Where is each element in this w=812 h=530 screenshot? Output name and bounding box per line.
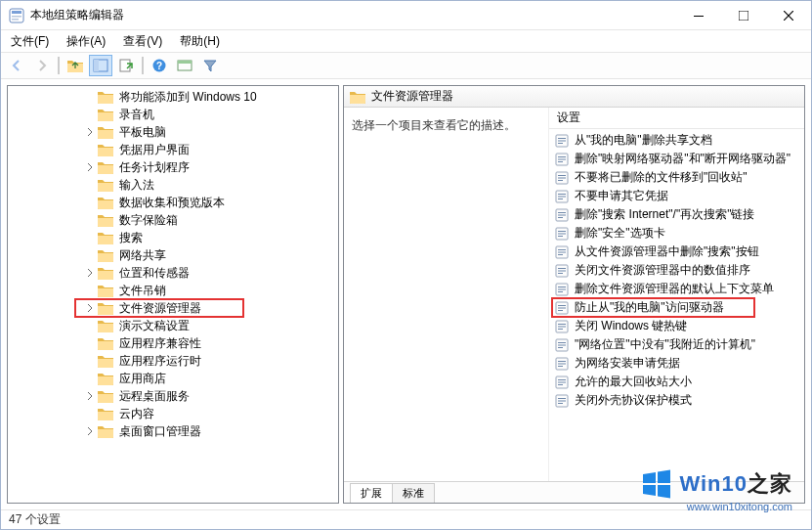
nav-forward-button[interactable] <box>30 55 54 76</box>
menu-help[interactable]: 帮助(H) <box>176 31 224 52</box>
policy-icon <box>555 394 569 408</box>
setting-item[interactable]: 删除"安全"选项卡 <box>549 224 804 243</box>
setting-item[interactable]: 防止从"我的电脑"访问驱动器 <box>549 298 804 317</box>
tab-extended[interactable]: 扩展 <box>350 483 393 503</box>
help-button[interactable]: ? <box>148 55 171 76</box>
export-list-button[interactable] <box>114 55 138 76</box>
setting-item[interactable]: 不要将已删除的文件移到"回收站" <box>549 168 804 187</box>
folder-icon <box>98 407 113 420</box>
window-frame: 本地组策略编辑器 文件(F) 操作(A) 查看(V) 帮助(H) ? 将功能添加… <box>0 0 812 530</box>
settings-column-header[interactable]: 设置 <box>549 108 804 129</box>
chevron-right-icon <box>84 214 96 226</box>
status-text: 47 个设置 <box>9 511 61 528</box>
minimize-button[interactable] <box>676 1 721 29</box>
policy-icon <box>555 338 569 352</box>
chevron-right-icon[interactable] <box>84 425 96 437</box>
tree-item[interactable]: 桌面窗口管理器 <box>8 422 338 440</box>
setting-item[interactable]: 关闭 Windows 键热键 <box>549 317 804 335</box>
policy-icon <box>555 208 569 222</box>
tree-item[interactable]: 位置和传感器 <box>8 264 338 282</box>
setting-item-label: 删除文件资源管理器的默认上下文菜单 <box>575 281 774 297</box>
chevron-right-icon[interactable] <box>84 302 96 314</box>
tree-view[interactable]: 将功能添加到 Windows 10录音机平板电脑凭据用户界面任务计划程序输入法数… <box>7 85 339 504</box>
tree-item[interactable]: 应用程序兼容性 <box>8 334 338 352</box>
nav-back-button[interactable] <box>5 55 28 76</box>
column-header-label: 设置 <box>557 110 580 126</box>
setting-item[interactable]: 关闭外壳协议保护模式 <box>549 391 804 410</box>
policy-icon <box>555 264 569 278</box>
chevron-right-icon[interactable] <box>84 161 96 173</box>
policy-icon <box>555 190 569 203</box>
setting-item[interactable]: 删除"搜索 Internet"/"再次搜索"链接 <box>549 205 804 224</box>
policy-icon <box>555 227 569 241</box>
policy-icon <box>555 153 569 166</box>
tree-item[interactable]: 凭据用户界面 <box>8 141 338 158</box>
filter-button[interactable] <box>198 55 222 76</box>
policy-icon <box>555 320 569 333</box>
chevron-right-icon <box>84 197 96 208</box>
chevron-right-icon[interactable] <box>84 267 96 279</box>
tree-item[interactable]: 云内容 <box>8 405 338 422</box>
settings-list[interactable]: 从"我的电脑"删除共享文档删除"映射网络驱动器"和"断开网络驱动器"不要将已删除… <box>549 129 804 481</box>
details-button[interactable] <box>173 55 196 76</box>
tree-item[interactable]: 任务计划程序 <box>8 158 338 176</box>
folder-icon <box>98 196 113 209</box>
setting-item[interactable]: 不要申请其它凭据 <box>549 187 804 205</box>
setting-item[interactable]: 从文件资源管理器中删除"搜索"按钮 <box>549 243 804 261</box>
tree-item[interactable]: 平板电脑 <box>8 123 338 141</box>
tree-item[interactable]: 录音机 <box>8 106 338 123</box>
tree-item[interactable]: 远程桌面服务 <box>8 387 338 405</box>
setting-item-label: 关闭文件资源管理器中的数值排序 <box>575 262 750 279</box>
tree-item-label: 应用程序运行时 <box>117 353 203 370</box>
maximize-button[interactable] <box>721 1 766 29</box>
menu-file[interactable]: 文件(F) <box>7 31 53 52</box>
folder-icon <box>98 319 113 332</box>
svg-rect-12 <box>120 60 130 71</box>
folder-icon <box>98 231 113 244</box>
tree-item[interactable]: 将功能添加到 Windows 10 <box>8 88 338 106</box>
setting-item[interactable]: 关闭文件资源管理器中的数值排序 <box>549 261 804 280</box>
setting-item-label: 删除"安全"选项卡 <box>575 225 665 242</box>
chevron-right-icon <box>84 337 96 349</box>
setting-item[interactable]: 删除文件资源管理器的默认上下文菜单 <box>549 280 804 298</box>
setting-item[interactable]: 允许的最大回收站大小 <box>549 373 804 391</box>
setting-item[interactable]: "网络位置"中没有"我附近的计算机" <box>549 335 804 354</box>
svg-rect-9 <box>739 11 748 21</box>
chevron-right-icon <box>84 320 96 331</box>
setting-item[interactable]: 删除"映射网络驱动器"和"断开网络驱动器" <box>549 150 804 168</box>
menu-view[interactable]: 查看(V) <box>119 31 166 52</box>
setting-item-label: 不要申请其它凭据 <box>575 188 668 204</box>
svg-text:?: ? <box>156 61 162 71</box>
close-button[interactable] <box>766 1 811 29</box>
tree-item[interactable]: 网络共享 <box>8 246 338 264</box>
detail-body: 选择一个项目来查看它的描述。 设置 从"我的电脑"删除共享文档删除"映射网络驱动… <box>344 108 804 481</box>
up-level-button[interactable] <box>64 55 87 76</box>
setting-item-label: 从文件资源管理器中删除"搜索"按钮 <box>575 243 759 260</box>
tree-item[interactable]: 数字保险箱 <box>8 211 338 229</box>
chevron-right-icon <box>84 144 96 155</box>
show-tree-button[interactable] <box>89 55 112 76</box>
tree-item[interactable]: 输入法 <box>8 176 338 194</box>
tree-item[interactable]: 搜索 <box>8 229 338 246</box>
detail-pane: 文件资源管理器 选择一个项目来查看它的描述。 设置 从"我的电脑"删除共享文档删… <box>343 85 805 504</box>
folder-icon <box>98 266 113 280</box>
toolbar: ? <box>1 52 811 79</box>
titlebar[interactable]: 本地组策略编辑器 <box>1 1 811 30</box>
tree-item[interactable]: 文件资源管理器 <box>8 299 338 317</box>
tab-standard[interactable]: 标准 <box>392 483 435 503</box>
setting-item-label: 关闭 Windows 键热键 <box>575 318 687 334</box>
chevron-right-icon[interactable] <box>84 126 96 138</box>
tree-item[interactable]: 文件吊销 <box>8 282 338 299</box>
chevron-right-icon[interactable] <box>84 390 96 402</box>
tree-item[interactable]: 应用程序运行时 <box>8 352 338 370</box>
setting-item[interactable]: 为网络安装申请凭据 <box>549 354 804 373</box>
statusbar: 47 个设置 <box>1 509 811 529</box>
folder-icon <box>98 143 113 156</box>
setting-item[interactable]: 从"我的电脑"删除共享文档 <box>549 131 804 150</box>
window-title: 本地组策略编辑器 <box>30 7 676 23</box>
tree-item[interactable]: 数据收集和预览版本 <box>8 194 338 211</box>
tree-item[interactable]: 应用商店 <box>8 370 338 387</box>
svg-rect-11 <box>94 60 99 71</box>
tree-item[interactable]: 演示文稿设置 <box>8 317 338 334</box>
menu-action[interactable]: 操作(A) <box>63 31 109 52</box>
